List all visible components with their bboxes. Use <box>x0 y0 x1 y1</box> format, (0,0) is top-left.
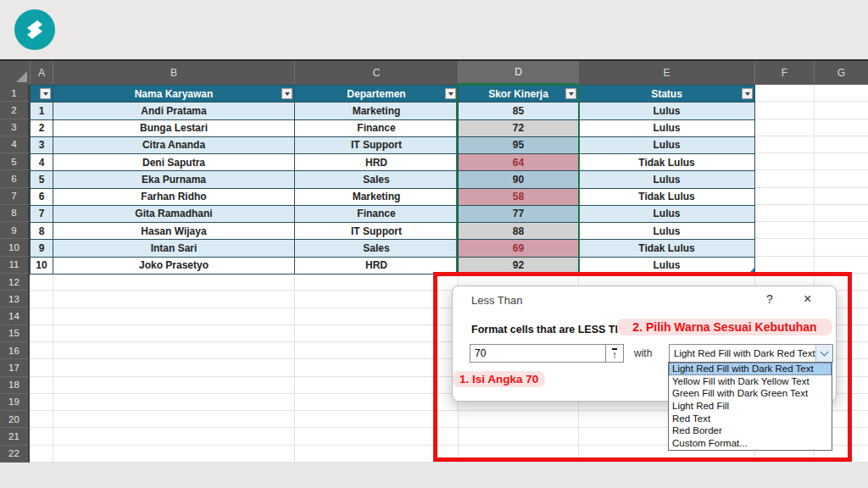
format-option-4[interactable]: Red Text <box>669 413 832 425</box>
row-header-14[interactable]: 14 <box>0 308 30 324</box>
row-header-19[interactable]: 19 <box>0 394 30 411</box>
filter-dropdown-icon[interactable] <box>40 88 51 99</box>
row-header-18[interactable]: 18 <box>0 377 30 394</box>
format-option-3[interactable]: Light Red Fill <box>669 400 832 413</box>
cell-status-7[interactable]: Lulus <box>579 206 755 223</box>
format-option-0[interactable]: Light Red Fill with Dark Red Text <box>669 363 832 375</box>
cell-nama-9[interactable]: Intan Sari <box>53 240 295 257</box>
table-header-0[interactable]: N <box>31 86 53 103</box>
column-header-E[interactable]: E <box>578 61 754 85</box>
cell-no-8[interactable]: 8 <box>31 223 53 240</box>
cell-nama-6[interactable]: Farhan Ridho <box>53 189 295 206</box>
cell-status-3[interactable]: Lulus <box>579 137 755 154</box>
filter-dropdown-icon[interactable] <box>445 88 456 99</box>
column-header-B[interactable]: B <box>53 61 294 85</box>
column-header-D[interactable]: D <box>458 61 578 85</box>
row-header-17[interactable]: 17 <box>0 359 30 376</box>
help-icon[interactable]: ? <box>766 292 773 306</box>
cell-status-8[interactable]: Lulus <box>579 223 755 240</box>
cell-dept-8[interactable]: IT Support <box>295 223 459 240</box>
cell-dept-6[interactable]: Marketing <box>295 189 459 206</box>
cell-nama-7[interactable]: Gita Ramadhani <box>53 206 295 223</box>
cell-nama-8[interactable]: Hasan Wijaya <box>53 223 295 240</box>
cell-nama-1[interactable]: Andi Pratama <box>53 103 295 119</box>
format-option-6[interactable]: Custom Format... <box>669 437 832 450</box>
cell-status-6[interactable]: Tidak Lulus <box>579 189 755 206</box>
cell-status-9[interactable]: Tidak Lulus <box>579 240 755 257</box>
column-header-A[interactable]: A <box>30 61 53 85</box>
row-header-16[interactable]: 16 <box>0 342 30 359</box>
cell-no-7[interactable]: 7 <box>31 206 53 223</box>
row-header-2[interactable]: 2 <box>0 102 30 119</box>
row-header-10[interactable]: 10 <box>0 239 30 256</box>
cell-no-10[interactable]: 10 <box>31 258 53 274</box>
row-header-22[interactable]: 22 <box>0 446 30 463</box>
cell-no-4[interactable]: 4 <box>31 154 53 171</box>
cell-dept-5[interactable]: Sales <box>295 171 459 188</box>
table-header-2[interactable]: Departemen <box>295 86 459 103</box>
row-header-3[interactable]: 3 <box>0 119 30 136</box>
cell-status-5[interactable]: Lulus <box>579 171 755 188</box>
filter-dropdown-icon[interactable] <box>281 88 292 99</box>
format-option-2[interactable]: Green Fill with Dark Green Text <box>669 387 832 400</box>
cell-skor-2[interactable]: 72 <box>459 120 579 137</box>
cell-no-6[interactable]: 6 <box>31 189 53 206</box>
row-header-12[interactable]: 12 <box>0 274 30 291</box>
cell-dept-3[interactable]: IT Support <box>295 137 459 154</box>
row-header-9[interactable]: 9 <box>0 222 30 239</box>
format-combobox[interactable]: Light Red Fill with Dark Red Text <box>669 344 833 363</box>
cell-dept-7[interactable]: Finance <box>295 206 459 223</box>
row-header-1[interactable]: 1 <box>0 85 30 102</box>
row-header-20[interactable]: 20 <box>0 411 30 428</box>
row-header-5[interactable]: 5 <box>0 153 30 170</box>
column-header-G[interactable]: G <box>814 61 868 85</box>
filter-dropdown-icon[interactable] <box>742 88 753 99</box>
threshold-input[interactable] <box>470 344 606 363</box>
cell-dept-9[interactable]: Sales <box>295 240 459 257</box>
cell-skor-1[interactable]: 85 <box>459 103 579 119</box>
format-option-1[interactable]: Yellow Fill with Dark Yellow Text <box>669 375 832 388</box>
cell-skor-5[interactable]: 90 <box>459 171 579 188</box>
table-header-4[interactable]: Status <box>579 86 755 103</box>
cell-skor-8[interactable]: 88 <box>459 223 579 240</box>
collapse-dialog-button[interactable]: ↑ <box>605 344 624 363</box>
cell-dept-4[interactable]: HRD <box>295 154 459 171</box>
row-header-21[interactable]: 21 <box>0 428 30 445</box>
row-header-7[interactable]: 7 <box>0 188 30 205</box>
row-header-4[interactable]: 4 <box>0 136 30 153</box>
cell-status-4[interactable]: Tidak Lulus <box>579 154 755 171</box>
format-option-5[interactable]: Red Border <box>669 424 832 437</box>
filter-dropdown-icon[interactable] <box>565 88 576 99</box>
row-header-13[interactable]: 13 <box>0 291 30 308</box>
row-header-8[interactable]: 8 <box>0 205 30 222</box>
cell-status-1[interactable]: Lulus <box>579 103 755 119</box>
cell-dept-2[interactable]: Finance <box>295 120 459 137</box>
cell-skor-9[interactable]: 69 <box>459 240 579 257</box>
cell-status-10[interactable]: Lulus <box>579 258 755 274</box>
cell-skor-4[interactable]: 64 <box>459 154 579 171</box>
close-icon[interactable]: × <box>804 291 811 307</box>
cell-nama-4[interactable]: Deni Saputra <box>53 154 295 171</box>
cell-no-3[interactable]: 3 <box>31 137 53 154</box>
row-header-11[interactable]: 11 <box>0 257 30 274</box>
cell-skor-6[interactable]: 58 <box>459 189 579 206</box>
cell-nama-3[interactable]: Citra Ananda <box>53 137 295 154</box>
cell-nama-10[interactable]: Joko Prasetyo <box>53 258 295 274</box>
cell-skor-3[interactable]: 95 <box>459 137 579 154</box>
row-header-6[interactable]: 6 <box>0 170 30 187</box>
cell-nama-5[interactable]: Eka Purnama <box>53 171 295 188</box>
column-header-C[interactable]: C <box>294 61 458 85</box>
cell-skor-7[interactable]: 77 <box>459 206 579 223</box>
cell-no-1[interactable]: 1 <box>31 103 53 119</box>
cell-no-2[interactable]: 2 <box>31 120 53 137</box>
column-header-F[interactable]: F <box>754 61 814 85</box>
row-header-15[interactable]: 15 <box>0 325 30 342</box>
table-resize-handle[interactable] <box>748 268 754 274</box>
table-header-1[interactable]: Nama Karyawan <box>53 86 295 103</box>
cell-no-9[interactable]: 9 <box>31 240 53 257</box>
select-all-corner[interactable] <box>0 61 30 85</box>
cell-dept-10[interactable]: HRD <box>295 258 459 274</box>
table-header-3[interactable]: Skor Kinerja <box>459 86 579 103</box>
cell-nama-2[interactable]: Bunga Lestari <box>53 120 295 137</box>
cell-no-5[interactable]: 5 <box>31 171 53 188</box>
